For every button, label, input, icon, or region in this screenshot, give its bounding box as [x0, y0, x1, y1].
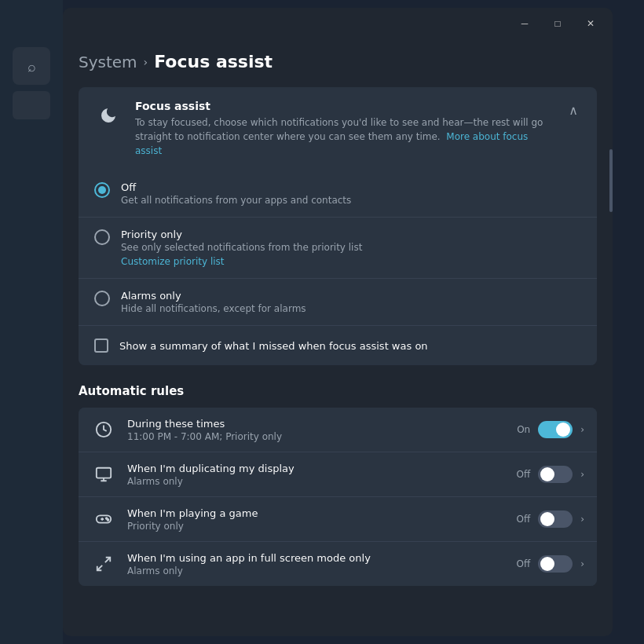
rule-item-playing-game[interactable]: When I'm playing a game Priority only Of… [79, 496, 597, 541]
radio-priority-circle[interactable] [94, 229, 110, 245]
radio-alarms-content: Alarms only Hide all notifications, exce… [121, 290, 581, 314]
sidebar-item-1[interactable] [13, 91, 50, 119]
customize-priority-link[interactable]: Customize priority list [121, 256, 581, 267]
radio-priority-label: Priority only [121, 229, 581, 240]
rule-duplicating-title: When I'm duplicating my display [127, 463, 505, 474]
scrollbar-indicator[interactable] [609, 149, 613, 212]
radio-off-label: Off [121, 181, 581, 193]
rule-duplicating-subtitle: Alarms only [127, 476, 505, 487]
toggle-thumb [540, 467, 554, 481]
rule-during-times-status: On [517, 424, 530, 435]
rule-item-full-screen[interactable]: When I'm using an app in full screen mod… [79, 541, 597, 586]
rule-during-times-subtitle: 11:00 PM - 7:00 AM; Priority only [127, 431, 506, 442]
maximize-button[interactable]: □ [542, 11, 573, 36]
radio-option-priority[interactable]: Priority only See only selected notifica… [79, 217, 597, 278]
toggle-thumb [540, 512, 554, 526]
rule-duplicating-controls: Off › [516, 466, 584, 483]
rule-game-chevron-icon: › [580, 514, 584, 525]
rule-fullscreen-text: When I'm using an app in full screen mod… [127, 552, 505, 576]
breadcrumb: System › Focus assist [63, 39, 613, 87]
collapse-button[interactable]: ∧ [565, 100, 581, 121]
sidebar: ⌕ [0, 0, 63, 644]
focus-assist-icon [94, 101, 123, 130]
radio-off-circle[interactable] [94, 182, 110, 198]
breadcrumb-chevron-icon: › [144, 56, 148, 68]
focus-assist-text: Focus assist To stay focused, choose whi… [135, 100, 553, 158]
rule-game-subtitle: Priority only [127, 521, 505, 532]
fullscreen-icon [91, 551, 116, 576]
monitor-icon [91, 462, 116, 487]
svg-point-8 [108, 519, 109, 521]
close-button[interactable]: ✕ [575, 11, 606, 36]
svg-line-10 [97, 565, 102, 570]
radio-alarms-label: Alarms only [121, 290, 581, 302]
summary-checkbox-label: Show a summary of what I missed when foc… [119, 340, 428, 352]
automatic-rules-title: Automatic rules [79, 368, 597, 408]
rule-item-during-times[interactable]: During these times 11:00 PM - 7:00 AM; P… [79, 408, 597, 452]
rule-during-times-chevron-icon: › [580, 424, 584, 435]
clock-icon [91, 417, 116, 442]
rule-fullscreen-subtitle: Alarms only [127, 565, 505, 576]
radio-off-desc: Get all notifications from your apps and… [121, 195, 581, 206]
rule-duplicating-chevron-icon: › [580, 469, 584, 480]
title-bar: ─ □ ✕ [63, 8, 613, 39]
summary-checkbox[interactable] [94, 338, 108, 353]
summary-checkbox-option[interactable]: Show a summary of what I missed when foc… [79, 325, 597, 365]
radio-option-alarms[interactable]: Alarms only Hide all notifications, exce… [79, 278, 597, 325]
focus-assist-title: Focus assist [135, 100, 553, 112]
breadcrumb-system[interactable]: System [79, 53, 137, 71]
automatic-rules-card: During these times 11:00 PM - 7:00 AM; P… [79, 408, 597, 586]
svg-line-9 [105, 558, 110, 562]
minimize-button[interactable]: ─ [509, 11, 540, 36]
rule-game-controls: Off › [516, 510, 584, 528]
rule-game-text: When I'm playing a game Priority only [127, 507, 505, 532]
radio-priority-content: Priority only See only selected notifica… [121, 229, 581, 267]
rule-duplicating-toggle[interactable] [538, 466, 573, 483]
rule-game-toggle[interactable] [538, 510, 573, 528]
toggle-thumb [540, 557, 554, 571]
rule-fullscreen-controls: Off › [516, 555, 584, 573]
radio-alarms-circle[interactable] [94, 291, 110, 306]
rule-during-times-title: During these times [127, 418, 506, 430]
game-icon [91, 507, 116, 532]
content-area: Focus assist To stay focused, choose whi… [63, 87, 613, 636]
rule-duplicating-text: When I'm duplicating my display Alarms o… [127, 463, 505, 487]
focus-assist-header: Focus assist To stay focused, choose whi… [79, 87, 597, 170]
rule-fullscreen-toggle[interactable] [538, 555, 573, 573]
rule-during-times-text: During these times 11:00 PM - 7:00 AM; P… [127, 418, 506, 442]
breadcrumb-current: Focus assist [154, 52, 273, 71]
rule-during-times-controls: On › [517, 421, 584, 438]
rule-during-times-toggle[interactable] [538, 421, 573, 438]
search-icon: ⌕ [27, 58, 36, 75]
focus-assist-card: Focus assist To stay focused, choose whi… [79, 87, 597, 365]
svg-rect-1 [97, 468, 111, 478]
main-window: ─ □ ✕ System › Focus assist Focus assist… [63, 8, 613, 636]
radio-priority-desc: See only selected notifications from the… [121, 242, 581, 253]
rule-fullscreen-title: When I'm using an app in full screen mod… [127, 552, 505, 564]
radio-off-content: Off Get all notifications from your apps… [121, 181, 581, 206]
focus-assist-description: To stay focused, choose which notificati… [135, 115, 553, 158]
rule-game-status: Off [516, 514, 530, 525]
radio-option-off[interactable]: Off Get all notifications from your apps… [79, 170, 597, 217]
radio-alarms-desc: Hide all notifications, except for alarm… [121, 303, 581, 314]
toggle-thumb [556, 423, 570, 437]
rule-item-duplicating-display[interactable]: When I'm duplicating my display Alarms o… [79, 452, 597, 496]
search-button[interactable]: ⌕ [13, 47, 50, 85]
rule-duplicating-status: Off [516, 469, 530, 480]
window-controls: ─ □ ✕ [509, 11, 606, 36]
rule-game-title: When I'm playing a game [127, 507, 505, 519]
rule-fullscreen-status: Off [516, 558, 530, 569]
rule-fullscreen-chevron-icon: › [580, 558, 584, 569]
